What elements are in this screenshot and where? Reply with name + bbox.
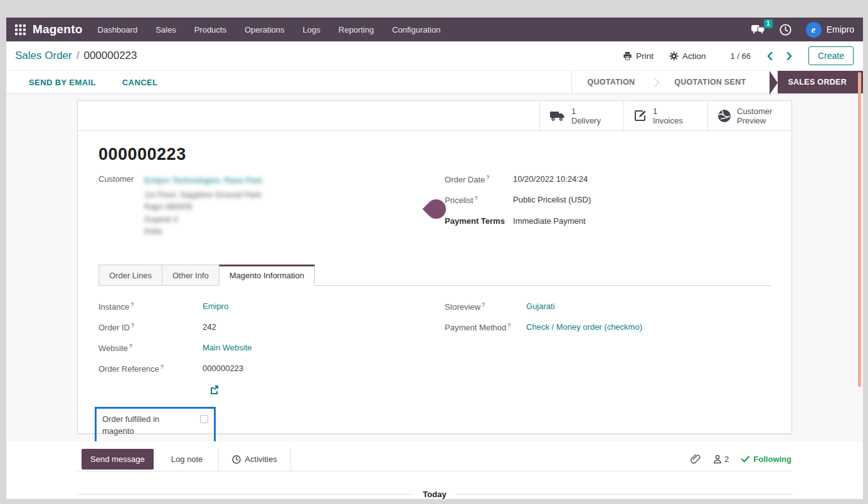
payment-method-value-link[interactable]: Check / Money order (checkmo)	[526, 322, 642, 332]
stage-quotation[interactable]: QUOTATION	[572, 71, 650, 93]
control-panel: Sales Order / 000000223 Print	[6, 41, 863, 70]
today-label: Today	[423, 490, 446, 499]
following-check-icon	[741, 456, 749, 463]
tab-other-info[interactable]: Other Info	[162, 265, 220, 285]
user-menu[interactable]: e Emipro	[806, 22, 854, 38]
customer-name-link[interactable]: Emipro Technologies, Race Park	[144, 174, 262, 187]
statusbar-buttons: SEND BY EMAIL CANCEL	[29, 71, 157, 93]
customer-preview-line1: Customer	[737, 107, 772, 116]
tab-order-lines[interactable]: Order Lines	[98, 265, 162, 285]
customer-address-line: Rajct 360005	[144, 202, 193, 211]
menu-operations[interactable]: Operations	[245, 25, 285, 34]
log-note-button[interactable]: Log note	[156, 454, 219, 464]
send-message-button[interactable]: Send message	[82, 449, 154, 470]
invoices-label: Invoices	[653, 116, 683, 125]
customer-address-line: 1st Floor, Sapphire Ground Park	[144, 190, 261, 199]
print-button[interactable]: Print	[623, 51, 654, 61]
action-label: Action	[682, 51, 706, 61]
top-navbar: Magento Dashboard Sales Products Operati…	[6, 18, 863, 41]
stage-sales-order[interactable]: SALES ORDER	[778, 71, 863, 93]
followers-button[interactable]: 2	[713, 454, 729, 464]
stage-separator-icon	[650, 77, 660, 87]
help-marker: ?	[475, 195, 478, 201]
statusbar-stages: QUOTATION QUOTATION SENT SALES ORDER	[571, 71, 863, 93]
order-title: 000000223	[98, 145, 771, 164]
tab-row: Order Lines Other Info Magento Informati…	[98, 265, 771, 286]
magento-tab-content: Instance? Emipro Order ID? 242 Website? …	[98, 286, 771, 442]
send-by-email-button[interactable]: SEND BY EMAIL	[29, 78, 96, 87]
messages-badge: 1	[764, 19, 773, 28]
apps-grid-icon[interactable]	[15, 24, 26, 35]
order-id-value: 242	[203, 322, 216, 332]
statusbar: SEND BY EMAIL CANCEL QUOTATION QUOTATION…	[6, 70, 863, 94]
order-fulfilled-highlight-box: Order fulfilled in magento	[95, 407, 216, 441]
pager-next-icon[interactable]	[786, 51, 793, 61]
invoices-count: 1	[653, 107, 683, 116]
external-link-icon[interactable]	[209, 385, 219, 394]
print-label: Print	[636, 51, 654, 61]
stage-quotation-sent[interactable]: QUOTATION SENT	[659, 71, 761, 93]
delivery-smart-button[interactable]: 1 Delivery	[539, 101, 623, 130]
chatter: Send message Log note Activities	[6, 441, 863, 483]
help-marker: ?	[486, 174, 489, 181]
pricelist-field: Pricelist? Public Pricelist (USD)	[445, 195, 771, 205]
printer-icon	[623, 51, 632, 61]
invoice-edit-icon	[633, 109, 647, 123]
menu-configuration[interactable]: Configuration	[392, 25, 440, 34]
instance-field: Instance? Emipro	[98, 302, 424, 312]
order-reference-field: Order Reference? 000000223	[98, 364, 424, 374]
invoices-smart-button[interactable]: 1 Invoices	[623, 101, 707, 130]
payment-terms-value: Immediate Payment	[513, 216, 586, 226]
main-menu: Dashboard Sales Products Operations Logs…	[98, 25, 441, 34]
order-id-label: Order ID?	[98, 322, 203, 332]
menu-products[interactable]: Products	[194, 25, 226, 34]
order-id-field: Order ID? 242	[98, 322, 424, 332]
order-fulfilled-checkbox[interactable]	[200, 415, 208, 423]
user-name: Emipro	[827, 24, 854, 34]
following-label: Following	[753, 454, 791, 464]
website-field: Website? Main Website	[98, 343, 424, 353]
payment-terms-label: Payment Terms	[445, 216, 513, 226]
app-brand[interactable]: Magento	[33, 23, 83, 36]
customer-label: Customer	[98, 174, 144, 238]
activities-label: Activities	[245, 454, 277, 464]
instance-label: Instance?	[98, 302, 203, 312]
chatter-toolbar: Send message Log note Activities	[77, 448, 791, 471]
customer-preview-smart-button[interactable]: Customer Preview	[707, 101, 791, 130]
website-label: Website?	[98, 343, 203, 353]
menu-sales[interactable]: Sales	[156, 25, 176, 34]
create-button[interactable]: Create	[808, 46, 854, 65]
order-date-value: 10/20/2022 10:24:24	[513, 174, 588, 184]
menu-dashboard[interactable]: Dashboard	[98, 25, 138, 34]
storeview-value-link[interactable]: Gujarati	[526, 302, 555, 312]
delivery-count: 1	[571, 107, 601, 116]
help-marker: ?	[482, 302, 485, 308]
customer-address-line: India	[144, 226, 162, 236]
storeview-label: Storeview?	[445, 302, 526, 312]
order-reference-value: 000000223	[203, 364, 243, 374]
pager-nav	[766, 51, 793, 61]
form-sheet: 1 Delivery 1 Invoices	[77, 100, 792, 434]
pager-previous-icon[interactable]	[766, 51, 773, 61]
messages-icon[interactable]: 1	[751, 24, 765, 35]
user-avatar: e	[806, 22, 822, 38]
order-fulfilled-label: Order fulfilled in magento	[102, 413, 190, 437]
activities-clock-icon[interactable]	[780, 24, 791, 36]
notebook: Order Lines Other Info Magento Informati…	[98, 265, 771, 442]
divider-line	[455, 494, 792, 495]
following-button[interactable]: Following	[741, 454, 791, 464]
menu-reporting[interactable]: Reporting	[339, 25, 374, 34]
menu-logs[interactable]: Logs	[303, 25, 320, 34]
scrollbar-indicator[interactable]	[858, 72, 861, 387]
website-value-link[interactable]: Main Website	[203, 343, 252, 353]
breadcrumb-sales-order[interactable]: Sales Order	[15, 50, 72, 62]
cancel-button[interactable]: CANCEL	[122, 78, 158, 87]
activities-button[interactable]: Activities	[218, 448, 290, 471]
tab-magento-information[interactable]: Magento Information	[219, 265, 315, 286]
action-button[interactable]: Action	[669, 51, 706, 61]
followers-count: 2	[724, 454, 729, 464]
attachment-paperclip-icon[interactable]	[691, 454, 701, 465]
instance-value-link[interactable]: Emipro	[203, 302, 228, 312]
smart-button-box: 1 Delivery 1 Invoices	[78, 101, 791, 131]
breadcrumb: Sales Order / 000000223	[15, 50, 137, 62]
